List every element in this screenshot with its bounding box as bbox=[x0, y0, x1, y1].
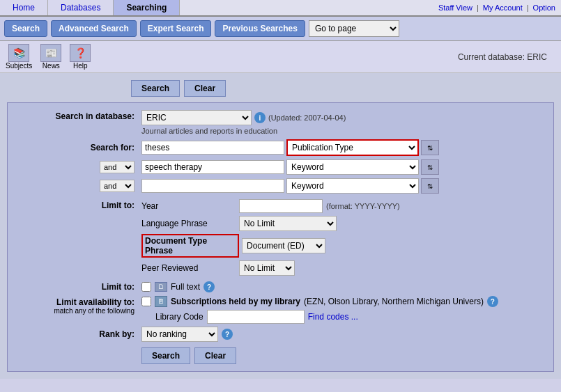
subscriptions-help-icon[interactable]: ? bbox=[487, 296, 498, 307]
match-any-label: match any of the following bbox=[17, 307, 135, 315]
search-bottom-button[interactable]: Search bbox=[141, 347, 190, 364]
year-label: Year bbox=[141, 201, 239, 211]
year-input[interactable] bbox=[239, 199, 323, 213]
option-link[interactable]: Option bbox=[533, 3, 555, 12]
subscriptions-checkbox[interactable] bbox=[141, 297, 151, 306]
rank-help-icon[interactable]: ? bbox=[222, 329, 233, 340]
news-icon: 📰 bbox=[40, 44, 61, 62]
limit-to-label: Limit to: bbox=[17, 199, 141, 210]
move-btn-1[interactable]: ⇅ bbox=[421, 140, 439, 155]
tab-searching[interactable]: Searching bbox=[114, 0, 180, 15]
subjects-icon: 📚 bbox=[8, 44, 29, 62]
news-label: News bbox=[43, 62, 60, 70]
my-account-link[interactable]: My Account bbox=[483, 3, 523, 12]
search-in-db-label: Search in database: bbox=[17, 110, 141, 121]
year-format: (format: YYYY-YYYY) bbox=[326, 202, 400, 210]
basic-search-button[interactable]: Search bbox=[4, 20, 47, 37]
tab-home[interactable]: Home bbox=[0, 0, 48, 15]
help-icon: ❓ bbox=[70, 44, 91, 62]
subscriptions-icon: 🖹 bbox=[155, 296, 167, 307]
move-btn-2[interactable]: ⇅ bbox=[421, 159, 439, 175]
tab-databases[interactable]: Databases bbox=[48, 0, 114, 15]
fulltext-help-icon[interactable]: ? bbox=[203, 281, 215, 292]
search-for-label: Search for: bbox=[17, 143, 141, 152]
peer-reviewed-label: Peer Reviewed bbox=[141, 263, 239, 273]
subscriptions-detail: (EZN, Olson Library, Northern Michigan U… bbox=[304, 297, 484, 306]
clear-top-button[interactable]: Clear bbox=[184, 80, 226, 97]
operator-select-2[interactable]: and or not bbox=[100, 180, 135, 192]
search-top-button[interactable]: Search bbox=[131, 80, 180, 97]
db-description: Journal articles and reports in educatio… bbox=[141, 127, 544, 135]
subscriptions-label: Subscriptions held by my library bbox=[171, 297, 300, 306]
find-codes-link[interactable]: Find codes ... bbox=[308, 312, 358, 322]
clear-bottom-button[interactable]: Clear bbox=[194, 347, 236, 364]
fulltext-label: Full text bbox=[171, 282, 200, 292]
search-field-1[interactable] bbox=[141, 141, 284, 155]
subjects-label: Subjects bbox=[6, 62, 32, 70]
move-btn-3[interactable]: ⇅ bbox=[421, 178, 439, 194]
fulltext-icon: 🗋 bbox=[155, 282, 167, 292]
help-label: Help bbox=[73, 62, 88, 70]
news-icon-item[interactable]: 📰 News bbox=[40, 44, 61, 70]
type-select-1[interactable]: Publication Type Keyword Author Title bbox=[286, 139, 419, 156]
operator-select-1[interactable]: and or not bbox=[100, 161, 135, 173]
language-label: Language Phrase bbox=[141, 219, 239, 228]
language-select[interactable]: No Limit English French bbox=[239, 216, 337, 231]
help-icon-item[interactable]: ❓ Help bbox=[70, 44, 91, 70]
advanced-search-button[interactable]: Advanced Search bbox=[51, 20, 137, 37]
rank-by-label: Rank by: bbox=[17, 329, 141, 339]
doc-type-label: Document Type Phrase bbox=[141, 234, 239, 258]
type-select-3[interactable]: Keyword Publication Type Author bbox=[286, 178, 419, 194]
type-select-2[interactable]: Keyword Publication Type Author bbox=[286, 159, 419, 175]
search-field-3[interactable] bbox=[141, 179, 284, 193]
expert-search-button[interactable]: Expert Search bbox=[140, 20, 212, 37]
db-updated: (Updated: 2007-04-04) bbox=[268, 113, 346, 122]
library-code-input[interactable] bbox=[207, 310, 305, 324]
search-field-2[interactable] bbox=[141, 160, 284, 174]
library-code-label: Library Code bbox=[155, 312, 203, 322]
limit-avail-label: Limit availability to: bbox=[17, 297, 135, 307]
current-database: Current database: ERIC bbox=[458, 52, 555, 62]
staff-view-link[interactable]: Staff View bbox=[438, 3, 472, 12]
peer-reviewed-select[interactable]: No Limit Yes No bbox=[239, 260, 295, 276]
doc-type-select[interactable]: Document (ED) Journal Article Report bbox=[242, 238, 325, 253]
fulltext-checkbox[interactable] bbox=[141, 282, 151, 292]
database-select[interactable]: ERIC bbox=[141, 110, 252, 125]
info-icon[interactable]: i bbox=[254, 112, 266, 123]
go-to-page-select[interactable]: Go to page bbox=[309, 20, 399, 37]
limit-to-label-2: Limit to: bbox=[17, 282, 141, 292]
subjects-icon-item[interactable]: 📚 Subjects bbox=[6, 44, 32, 70]
previous-searches-button[interactable]: Previous Searches bbox=[215, 20, 305, 37]
rank-select[interactable]: No ranking Relevance Date Newest bbox=[141, 327, 218, 342]
